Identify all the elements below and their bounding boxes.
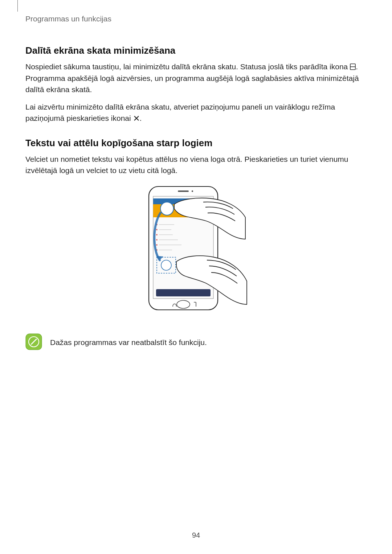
text-fragment: Lai aizvērtu minimizēto dalītā ekrāna sk…	[25, 103, 335, 122]
page-number: 94	[0, 531, 392, 539]
phone-illustration	[142, 185, 250, 319]
heading-share: Tekstu vai attēlu kopīgošana starp logie…	[25, 138, 367, 149]
svg-point-18	[156, 229, 158, 230]
svg-point-24	[161, 260, 171, 270]
page: Programmas un funkcijas Dalītā ekrāna sk…	[0, 0, 392, 554]
split-screen-icon	[350, 62, 356, 73]
heading-minimize: Dalītā ekrāna skata minimizēšana	[25, 45, 367, 56]
svg-point-20	[156, 239, 158, 241]
paragraph-share-1: Velciet un nometiet tekstu vai kopētus a…	[25, 154, 367, 176]
svg-point-19	[156, 234, 158, 235]
note-pen-icon	[25, 333, 42, 352]
close-icon	[133, 114, 140, 124]
svg-rect-5	[178, 190, 189, 192]
text-fragment: Nospiediet sākuma taustiņu, lai minimizē…	[25, 62, 350, 71]
illustration-drag-drop	[25, 185, 367, 319]
section-share: Tekstu vai attēlu kopīgošana starp logie…	[25, 138, 367, 319]
running-head: Programmas un funkcijas	[25, 15, 367, 23]
paragraph-minimize-1: Nospiediet sākuma taustiņu, lai minimizē…	[25, 61, 367, 95]
note-text: Dažas programmas var neatbalstīt šo funk…	[50, 338, 207, 347]
text-fragment: .	[140, 114, 142, 122]
svg-rect-26	[156, 289, 211, 296]
note: Dažas programmas var neatbalstīt šo funk…	[25, 333, 367, 352]
svg-point-21	[156, 244, 158, 246]
svg-point-6	[192, 190, 193, 192]
svg-point-10	[160, 202, 173, 215]
paragraph-minimize-2: Lai aizvērtu minimizēto dalītā ekrāna sk…	[25, 102, 367, 124]
crop-mark	[17, 0, 18, 12]
section-minimize: Dalītā ekrāna skata minimizēšana Nospied…	[25, 45, 367, 124]
